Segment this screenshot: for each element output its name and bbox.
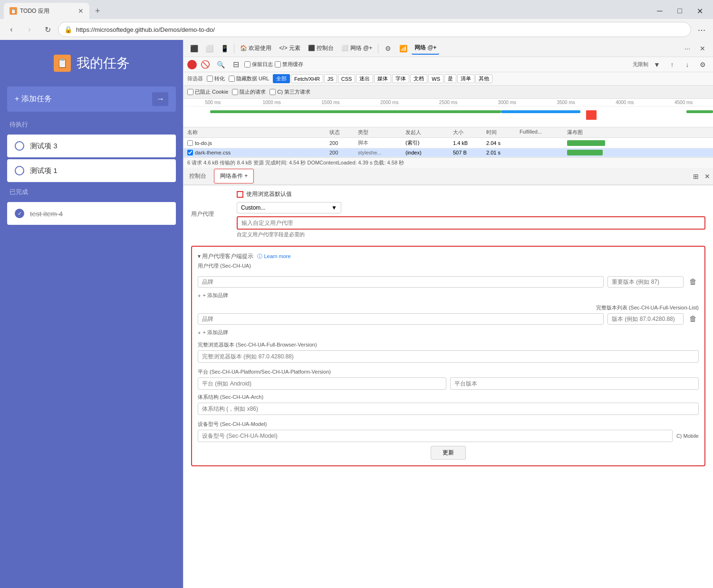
- tab-console-sub[interactable]: 控制台: [183, 169, 212, 184]
- row-checkbox[interactable]: [187, 150, 193, 155]
- block-request-checkbox[interactable]: 阻止的请求: [232, 88, 266, 96]
- add-brand-button-2[interactable]: + + 添加品牌: [198, 328, 699, 337]
- network-filter-button[interactable]: ⊟: [229, 58, 242, 71]
- back-button[interactable]: ‹: [4, 22, 19, 37]
- todo-item-pending-1[interactable]: 测试项 3: [7, 135, 176, 157]
- filter-fetch-xhr-button[interactable]: Fetch/XHR: [291, 74, 323, 83]
- tab-network-conditions[interactable]: 网络条件 +: [214, 169, 254, 183]
- major-version-input-1[interactable]: [607, 276, 684, 288]
- filter-js-button[interactable]: JS: [324, 74, 337, 83]
- network-search-button[interactable]: 🔍: [214, 58, 227, 71]
- download-icon[interactable]: ↓: [681, 58, 694, 71]
- tab-close-button[interactable]: ✕: [78, 7, 84, 15]
- transform-checkbox[interactable]: 转化: [207, 75, 225, 82]
- transform-input[interactable]: [207, 76, 213, 82]
- full-browser-version-input[interactable]: [198, 350, 699, 363]
- todo-item-completed-1[interactable]: ✓ test item 4: [7, 202, 176, 225]
- devtools-close-button[interactable]: ✕: [696, 42, 709, 55]
- clear-network-button[interactable]: 🚫: [199, 58, 212, 71]
- timeline-bar-blue: [501, 110, 580, 113]
- model-input[interactable]: [198, 430, 673, 442]
- panel-dock-button[interactable]: ⊞: [690, 171, 702, 182]
- filter-other-button[interactable]: 其他: [475, 74, 492, 83]
- preserve-log-checkbox[interactable]: 保留日志: [244, 61, 273, 68]
- custom-ua-input[interactable]: [237, 216, 705, 230]
- add-brand-button-1[interactable]: + + 添加品牌: [198, 290, 699, 300]
- url-bar[interactable]: 🔒 https://microsoftedge.github.io/Demos/…: [58, 22, 691, 37]
- update-button[interactable]: 更新: [431, 446, 466, 460]
- filter-ws-button[interactable]: WS: [428, 74, 443, 83]
- cookie-filter-bar: 已阻止 Cookie 阻止的请求 C) 第三方请求: [183, 86, 713, 99]
- disable-cache-label: 禁用缓存: [282, 61, 303, 68]
- throttle-dropdown-button[interactable]: ▼: [650, 58, 664, 71]
- block-request-input[interactable]: [232, 89, 238, 95]
- brand-input-1[interactable]: [198, 276, 604, 288]
- delete-brand-button-1[interactable]: 🗑: [687, 276, 699, 288]
- filter-media-button[interactable]: 媒体: [374, 74, 391, 83]
- ua-hints-toggle[interactable]: ▾ 用户代理客户端提示: [198, 252, 253, 260]
- learn-more-link[interactable]: ⓘ Learn more: [257, 253, 290, 260]
- tick-1500: 1500 ms: [301, 100, 360, 105]
- tab-elements[interactable]: </> 元素: [276, 42, 303, 54]
- network-settings-button[interactable]: ⚙: [696, 58, 709, 71]
- delete-brand-button-2[interactable]: 🗑: [687, 313, 699, 325]
- row-checkbox[interactable]: [187, 140, 193, 146]
- filter-font-button[interactable]: 字体: [392, 74, 409, 83]
- network-conditions-panel: 用户代理 使用浏览器默认值 Custom... ▼: [183, 185, 713, 588]
- devtools-wifi-button[interactable]: 📶: [396, 42, 410, 55]
- disable-cache-checkbox[interactable]: 禁用缓存: [275, 61, 303, 68]
- devtools-screenshot-button[interactable]: ⬛: [187, 42, 201, 55]
- custom-select-text: Custom...: [241, 204, 331, 211]
- devtools-device-button[interactable]: 📱: [218, 42, 231, 55]
- block-cookie-checkbox[interactable]: 已阻止 Cookie: [187, 88, 228, 96]
- arch-header: 体系结构 (Sec-CH-UA-Arch): [198, 394, 699, 401]
- close-button[interactable]: ✕: [690, 4, 709, 18]
- use-browser-default-checkbox-box[interactable]: [237, 191, 243, 198]
- minimize-button[interactable]: ─: [650, 4, 669, 18]
- tab-welcome[interactable]: 🏠 欢迎使用: [237, 42, 274, 54]
- hide-data-url-checkbox[interactable]: 隐藏数据 URL: [229, 75, 269, 82]
- arch-input[interactable]: [198, 403, 699, 415]
- third-party-checkbox[interactable]: C) 第三方请求: [270, 88, 310, 96]
- table-row[interactable]: dark-theme.css 200 styleshe... (index) 5…: [183, 148, 713, 157]
- filter-doc-button[interactable]: 文档: [410, 74, 427, 83]
- timeline-bar-red: [586, 110, 597, 120]
- tab-console[interactable]: ⬛ 控制台: [305, 42, 337, 54]
- third-party-input[interactable]: [270, 89, 276, 95]
- filter-all-button[interactable]: 全部: [273, 74, 290, 83]
- add-task-label: + 添加任务: [15, 94, 152, 104]
- more-tools-button[interactable]: ···: [681, 42, 694, 55]
- ua-subheader: 用户代理 (Sec-CH-UA): [198, 262, 699, 270]
- hide-data-url-input[interactable]: [229, 76, 235, 82]
- upload-icon[interactable]: ↑: [665, 58, 679, 71]
- more-button[interactable]: ···: [694, 22, 709, 37]
- row-name: dark-theme.css: [187, 150, 329, 155]
- panel-close-button[interactable]: ✕: [702, 171, 713, 182]
- table-row[interactable]: to-do.js 200 脚本 (索引) 1.4 kB 2.04 s: [183, 138, 713, 148]
- todo-item-pending-2[interactable]: 测试项 1: [7, 159, 176, 182]
- version-input-2[interactable]: [607, 313, 684, 325]
- tab-network[interactable]: ⬜ 网络 @+: [338, 42, 375, 54]
- devtools-screencast-button[interactable]: ⬜: [202, 42, 216, 55]
- brand-input-2[interactable]: [198, 313, 604, 325]
- record-button[interactable]: [187, 60, 197, 69]
- devtools-settings-button[interactable]: ⚙: [381, 42, 395, 55]
- custom-select[interactable]: Custom... ▼: [237, 202, 341, 213]
- filter-clear-button[interactable]: 清单: [457, 74, 474, 83]
- filter-output-button[interactable]: 迷出: [356, 74, 373, 83]
- block-cookie-input[interactable]: [187, 89, 193, 95]
- filter-is-button[interactable]: 是: [444, 74, 456, 83]
- restore-button[interactable]: □: [670, 4, 689, 18]
- add-task-bar[interactable]: + 添加任务 →: [7, 87, 176, 112]
- platform-input[interactable]: [198, 377, 446, 390]
- row-size: 507 B: [453, 150, 486, 155]
- tab-network-main[interactable]: 网络 @+: [412, 42, 439, 55]
- forward-button[interactable]: ›: [22, 22, 37, 37]
- filter-css-button[interactable]: CSS: [338, 74, 356, 83]
- preserve-log-input[interactable]: [244, 61, 251, 67]
- disable-cache-input[interactable]: [275, 61, 281, 67]
- platform-version-input[interactable]: [450, 377, 699, 390]
- browser-tab[interactable]: 📋 TODO 应用 ✕: [4, 3, 89, 19]
- refresh-button[interactable]: ↻: [40, 22, 55, 37]
- new-tab-button[interactable]: +: [91, 4, 104, 18]
